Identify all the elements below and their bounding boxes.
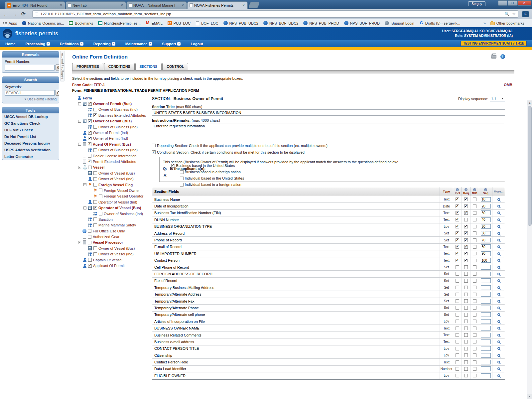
collapse-icon[interactable]: − <box>78 120 81 123</box>
checkbox[interactable] <box>464 279 468 283</box>
seq-input[interactable] <box>481 285 491 290</box>
collapse-icon[interactable]: − <box>83 183 86 186</box>
checkbox[interactable] <box>464 333 468 337</box>
tree-item[interactable]: Dealer License Information <box>73 153 152 159</box>
magnifier-icon[interactable] <box>497 245 500 248</box>
bookmark-item[interactable]: National Oceanic an... <box>22 21 64 25</box>
checkbox[interactable] <box>464 320 468 323</box>
checkbox[interactable] <box>456 252 459 255</box>
maximize-button[interactable]: ❐ <box>508 0 517 6</box>
checkbox[interactable] <box>473 347 476 350</box>
magnifier-icon[interactable] <box>497 239 500 241</box>
checkbox[interactable] <box>464 272 468 276</box>
browser-tab[interactable]: New Tab× <box>66 1 126 9</box>
tab-conditions[interactable]: CONDITIONS <box>104 63 135 70</box>
checkbox[interactable] <box>464 353 468 357</box>
tree-item[interactable]: Permit Extended Attributes <box>73 159 152 164</box>
forward-icon[interactable]: → <box>12 11 17 17</box>
tool-link[interactable]: Deceased Persons Inquiry <box>2 140 59 147</box>
nav-item-processing[interactable]: Processing✓ <box>26 42 50 46</box>
seq-input[interactable] <box>481 333 491 337</box>
browser-tab[interactable]: Error 404--Not Found× <box>5 1 65 9</box>
new-tab-button[interactable] <box>248 2 259 8</box>
conditional-checkbox[interactable] <box>152 150 156 154</box>
checkbox[interactable] <box>464 265 468 269</box>
bookmark-item[interactable]: NPS_PUB_UDC2 <box>223 21 258 25</box>
checkbox[interactable] <box>464 293 468 296</box>
bookmark-item[interactable]: Bookmarks <box>69 21 93 25</box>
checkbox[interactable] <box>473 367 476 371</box>
seq-input[interactable] <box>481 312 491 317</box>
permit-number-input[interactable] <box>5 65 55 70</box>
checkbox[interactable] <box>456 286 459 289</box>
checkbox[interactable] <box>464 340 468 343</box>
tab-close-icon[interactable]: × <box>242 3 245 8</box>
tree-item[interactable]: Owner of Permit (Ind) <box>73 130 152 135</box>
magnifier-icon[interactable] <box>497 286 500 289</box>
checkbox[interactable] <box>473 286 476 289</box>
checkbox[interactable] <box>464 238 468 242</box>
checkbox[interactable] <box>473 299 476 303</box>
checkbox[interactable] <box>93 252 97 256</box>
tree-item[interactable]: −Owner of Permit (Bus) <box>73 118 152 124</box>
checkbox[interactable] <box>464 225 468 228</box>
checkbox[interactable] <box>456 374 459 377</box>
print-icon[interactable] <box>491 55 496 59</box>
checkbox[interactable] <box>456 333 459 337</box>
magnifier-icon[interactable] <box>497 218 500 221</box>
checkbox[interactable] <box>473 231 476 235</box>
checkbox[interactable] <box>88 160 91 163</box>
seq-input[interactable] <box>481 197 491 202</box>
seq-input[interactable] <box>481 319 491 324</box>
checkbox[interactable] <box>473 360 476 364</box>
checkbox[interactable] <box>171 164 175 168</box>
scrollbar-thumb[interactable] <box>528 106 532 226</box>
instructions-textarea[interactable]: Enter the requested information. <box>152 123 505 138</box>
magnifier-icon[interactable] <box>497 320 500 323</box>
checkbox[interactable] <box>88 241 91 244</box>
checkbox[interactable] <box>88 166 92 169</box>
close-button[interactable]: ✕ <box>517 0 531 6</box>
seq-input[interactable] <box>481 366 491 371</box>
bookmark-item[interactable]: Apps <box>3 21 17 25</box>
checkbox[interactable] <box>464 259 468 262</box>
section-title-input[interactable] <box>152 109 505 116</box>
scroll-down-icon[interactable]: ▼ <box>527 394 532 399</box>
seq-input[interactable] <box>481 326 491 331</box>
tab-control[interactable]: CONTROL <box>162 63 188 70</box>
magnifier-icon[interactable] <box>497 205 500 207</box>
magnifier-icon[interactable] <box>497 259 500 262</box>
checkbox[interactable] <box>473 245 476 249</box>
magnifier-icon[interactable] <box>497 334 500 336</box>
bookmark-item[interactable]: HighSeasPermit-Tes... <box>98 21 140 25</box>
scroll-up-icon[interactable]: ▲ <box>527 100 532 105</box>
help-icon[interactable]: ? <box>473 188 476 191</box>
tree-item[interactable]: Owner of Vessel (Bus) <box>73 245 152 251</box>
checkbox[interactable] <box>456 347 459 350</box>
checkbox[interactable] <box>93 113 97 117</box>
tree-item[interactable]: −Owner of Permit (Bus) <box>73 101 152 106</box>
tree-item[interactable]: −Agent Of Permit (Bus) <box>73 141 152 147</box>
tree-item[interactable]: Business Extended Attributes <box>73 112 152 118</box>
checkbox[interactable] <box>88 119 92 123</box>
seq-input[interactable] <box>481 265 491 270</box>
browser-tab[interactable]: NOAA Fisheries Permits× <box>187 1 248 9</box>
collapse-icon[interactable]: − <box>78 102 81 105</box>
checkbox[interactable] <box>464 245 468 249</box>
checkbox[interactable] <box>456 313 459 317</box>
tab-close-icon[interactable]: × <box>181 3 185 8</box>
search-go-button[interactable]: Go <box>56 90 59 96</box>
seq-input[interactable] <box>481 353 491 358</box>
seq-input[interactable] <box>481 217 491 222</box>
checkbox[interactable] <box>456 353 459 357</box>
checkbox[interactable] <box>456 306 459 310</box>
checkbox[interactable] <box>88 235 91 239</box>
browser-tab[interactable]: NOAA :: National Marine |× <box>126 1 187 9</box>
seq-input[interactable] <box>481 339 491 344</box>
seq-input[interactable] <box>481 251 491 256</box>
checkbox[interactable] <box>88 102 92 106</box>
checkbox[interactable] <box>464 374 468 377</box>
checkbox[interactable] <box>473 327 476 330</box>
checkbox[interactable] <box>99 195 102 198</box>
collapse-icon[interactable]: − <box>78 143 81 146</box>
